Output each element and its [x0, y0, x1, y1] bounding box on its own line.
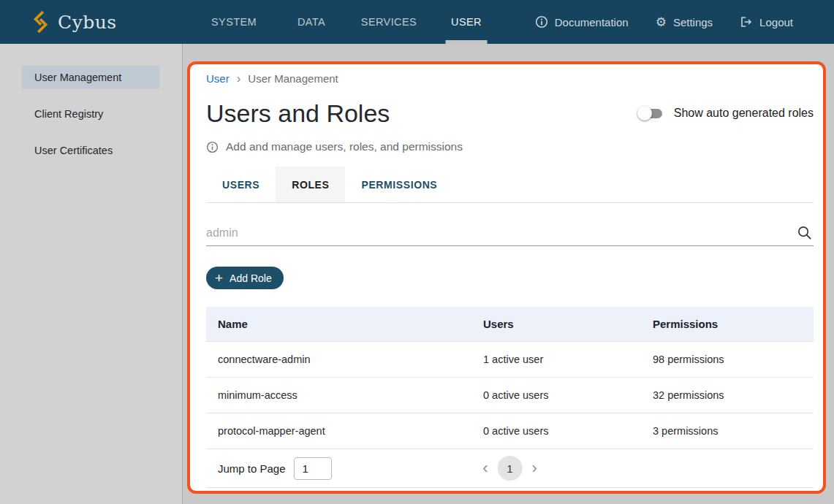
gear-icon: ⚙ [656, 16, 667, 28]
logout-label: Logout [759, 16, 793, 28]
settings-link[interactable]: ⚙ Settings [656, 16, 713, 28]
role-name: connectware-admin [206, 354, 471, 365]
tab-permissions[interactable]: PERMISSIONS [345, 167, 453, 202]
role-name: protocol-mapper-agent [206, 425, 471, 437]
chevron-right-icon: › [237, 72, 241, 85]
table-row[interactable]: protocol-mapper-agent 0 active users 3 p… [206, 413, 814, 449]
documentation-link[interactable]: Documentation [535, 15, 629, 28]
sidebar-item-client-registry[interactable]: Client Registry [22, 102, 159, 125]
plus-icon: + [215, 271, 223, 285]
page-title: Users and Roles [206, 99, 390, 128]
column-header-users: Users [471, 318, 641, 330]
jump-to-page-label: Jump to Page [218, 462, 286, 475]
auto-roles-toggle-group: Show auto generated roles [637, 106, 814, 121]
role-permissions: 98 permissions [641, 354, 814, 365]
table-row[interactable]: connectware-admin 1 active user 98 permi… [206, 342, 814, 378]
role-permissions: 32 permissions [641, 389, 814, 401]
role-permissions: 3 permissions [641, 425, 814, 437]
column-header-permissions: Permissions [641, 318, 814, 330]
nav-item-system[interactable]: SYSTEM [195, 0, 273, 44]
roles-table: Name Users Permissions connectware-admin… [206, 307, 814, 488]
logout-icon [740, 15, 753, 28]
breadcrumb-link-user[interactable]: User [206, 72, 230, 85]
role-name: minimum-access [206, 389, 471, 401]
settings-label: Settings [673, 16, 713, 28]
top-navbar: Cybus SYSTEM DATA SERVICES USER Document… [0, 0, 834, 44]
brand[interactable]: Cybus [32, 0, 117, 44]
role-users: 0 active users [471, 389, 641, 401]
role-users: 0 active users [471, 425, 641, 437]
previous-page-icon[interactable]: ‹ [482, 460, 488, 476]
content-card: User › User Management Users and Roles S… [190, 64, 823, 491]
info-icon [206, 141, 219, 153]
brand-name: Cybus [58, 12, 117, 33]
nav-item-data[interactable]: DATA [273, 0, 350, 44]
breadcrumb-current: User Management [248, 72, 338, 85]
role-users: 1 active user [471, 354, 641, 365]
subtitle-row: Add and manage users, roles, and permiss… [206, 140, 814, 154]
sidebar-item-user-certificates[interactable]: User Certificates [22, 139, 159, 161]
pager: ‹ 1 › [482, 456, 537, 481]
auto-roles-toggle-label: Show auto generated roles [674, 107, 814, 120]
current-page-button[interactable]: 1 [498, 456, 523, 481]
title-row: Users and Roles Show auto generated role… [206, 97, 814, 129]
tab-users[interactable]: USERS [206, 167, 276, 202]
search-bar [206, 220, 814, 246]
jump-to-page-input[interactable] [294, 457, 332, 480]
logout-link[interactable]: Logout [740, 15, 793, 28]
info-icon [535, 15, 548, 28]
documentation-label: Documentation [555, 16, 629, 28]
table-header-row: Name Users Permissions [206, 307, 814, 342]
breadcrumb: User › User Management [206, 71, 814, 85]
column-header-name: Name [206, 318, 471, 330]
toggle-thumb [637, 106, 652, 121]
nav-item-services[interactable]: SERVICES [350, 0, 428, 44]
sidebar: User Management Client Registry User Cer… [0, 44, 183, 504]
next-page-icon[interactable]: › [532, 460, 537, 476]
search-input[interactable] [206, 226, 797, 240]
tab-roles[interactable]: ROLES [276, 167, 345, 202]
sidebar-item-user-management[interactable]: User Management [22, 66, 159, 88]
search-icon[interactable] [797, 225, 812, 240]
nav-actions: Documentation ⚙ Settings Logout [535, 0, 793, 44]
add-role-label: Add Role [230, 272, 272, 284]
table-row[interactable]: minimum-access 0 active users 32 permiss… [206, 378, 814, 413]
tabs: USERS ROLES PERMISSIONS [206, 167, 814, 203]
add-role-button[interactable]: + Add Role [206, 267, 284, 289]
nav-menu: SYSTEM DATA SERVICES USER [195, 0, 505, 44]
auto-roles-toggle[interactable] [637, 106, 664, 121]
page-subtitle: Add and manage users, roles, and permiss… [226, 140, 463, 153]
nav-item-user[interactable]: USER [428, 0, 505, 44]
cybus-logo-icon [32, 10, 51, 34]
table-pagination-row: Jump to Page ‹ 1 › [206, 449, 814, 488]
